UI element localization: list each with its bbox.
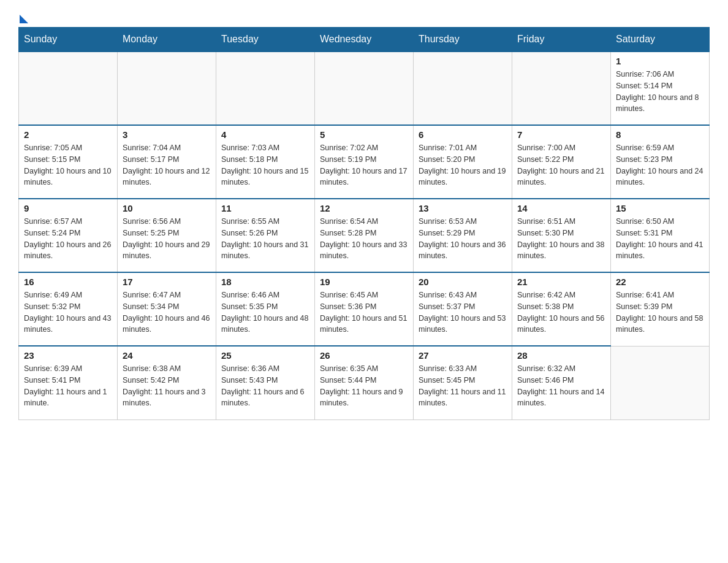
- day-number: 2: [24, 129, 112, 140]
- day-info-line: Sunset: 5:24 PM: [24, 228, 112, 239]
- day-info-line: Sunset: 5:46 PM: [517, 375, 605, 386]
- day-number: 28: [517, 350, 605, 361]
- day-info-line: Sunset: 5:14 PM: [616, 80, 704, 92]
- calendar-cell: 23Sunrise: 6:39 AMSunset: 5:41 PMDayligh…: [19, 346, 118, 419]
- day-number: 1: [616, 56, 704, 66]
- day-info-line: Sunset: 5:29 PM: [419, 228, 507, 239]
- calendar-cell: 22Sunrise: 6:41 AMSunset: 5:39 PMDayligh…: [611, 272, 710, 346]
- week-row-0: 1Sunrise: 7:06 AMSunset: 5:14 PMDaylight…: [19, 52, 710, 125]
- day-info-line: Daylight: 10 hours and 26 minutes.: [24, 239, 112, 262]
- day-number: 15: [616, 203, 704, 213]
- day-info-line: Sunset: 5:20 PM: [419, 154, 507, 166]
- day-info-line: Daylight: 11 hours and 3 minutes.: [123, 386, 211, 410]
- day-info-line: Sunrise: 7:01 AM: [419, 142, 507, 154]
- day-info-line: Sunset: 5:30 PM: [517, 228, 605, 239]
- day-number: 27: [419, 350, 507, 361]
- calendar-cell: [216, 52, 315, 125]
- calendar-cell: [19, 52, 118, 125]
- day-number: 10: [123, 203, 211, 213]
- day-info-line: Daylight: 10 hours and 24 minutes.: [616, 166, 704, 189]
- calendar-table: SundayMondayTuesdayWednesdayThursdayFrid…: [18, 27, 710, 420]
- day-number: 11: [221, 203, 309, 213]
- day-info-line: Sunset: 5:28 PM: [320, 228, 408, 239]
- day-number: 6: [419, 129, 507, 140]
- day-info-line: Sunset: 5:19 PM: [320, 154, 408, 166]
- calendar-cell: [512, 52, 611, 125]
- day-info-line: Sunset: 5:15 PM: [24, 154, 112, 166]
- calendar-cell: 20Sunrise: 6:43 AMSunset: 5:37 PMDayligh…: [414, 272, 512, 346]
- day-number: 25: [221, 350, 309, 361]
- calendar-cell: 26Sunrise: 6:35 AMSunset: 5:44 PMDayligh…: [315, 346, 414, 419]
- day-number: 18: [221, 277, 309, 287]
- day-info-line: Sunset: 5:25 PM: [123, 228, 211, 239]
- day-info-line: Sunrise: 6:35 AM: [320, 363, 408, 375]
- day-info-line: Daylight: 10 hours and 36 minutes.: [419, 239, 507, 262]
- day-info-line: Daylight: 10 hours and 51 minutes.: [320, 313, 408, 336]
- day-number: 4: [221, 129, 309, 140]
- day-info-line: Daylight: 10 hours and 10 minutes.: [24, 166, 112, 189]
- day-info-line: Sunrise: 6:51 AM: [517, 216, 605, 228]
- day-info-line: Daylight: 11 hours and 11 minutes.: [419, 386, 507, 410]
- day-info-line: Sunrise: 6:41 AM: [616, 289, 704, 301]
- day-number: 14: [517, 203, 605, 213]
- logo: [18, 12, 28, 21]
- day-info-line: Sunset: 5:36 PM: [320, 301, 408, 313]
- day-info-line: Sunset: 5:32 PM: [24, 301, 112, 313]
- day-info-line: Sunrise: 6:49 AM: [24, 289, 112, 301]
- day-number: 21: [517, 277, 605, 287]
- day-info-line: Sunrise: 7:02 AM: [320, 142, 408, 154]
- day-info-line: Sunrise: 6:45 AM: [320, 289, 408, 301]
- day-of-week-wednesday: Wednesday: [315, 28, 414, 52]
- day-number: 16: [24, 277, 112, 287]
- day-info-line: Daylight: 10 hours and 46 minutes.: [123, 313, 211, 336]
- day-info-line: Sunrise: 6:53 AM: [419, 216, 507, 228]
- day-of-week-saturday: Saturday: [611, 28, 710, 52]
- week-row-4: 23Sunrise: 6:39 AMSunset: 5:41 PMDayligh…: [19, 346, 710, 419]
- day-info-line: Daylight: 10 hours and 33 minutes.: [320, 239, 408, 262]
- day-of-week-thursday: Thursday: [414, 28, 512, 52]
- calendar-cell: 15Sunrise: 6:50 AMSunset: 5:31 PMDayligh…: [611, 199, 710, 272]
- day-number: 19: [320, 277, 408, 287]
- day-info-line: Daylight: 11 hours and 14 minutes.: [517, 386, 605, 410]
- calendar-cell: 5Sunrise: 7:02 AMSunset: 5:19 PMDaylight…: [315, 125, 414, 199]
- day-info-line: Daylight: 10 hours and 29 minutes.: [123, 239, 211, 262]
- day-info-line: Sunrise: 6:36 AM: [221, 363, 309, 375]
- day-number: 12: [320, 203, 408, 213]
- day-info-line: Daylight: 10 hours and 58 minutes.: [616, 313, 704, 336]
- calendar-cell: 7Sunrise: 7:00 AMSunset: 5:22 PMDaylight…: [512, 125, 611, 199]
- day-info-line: Sunset: 5:39 PM: [616, 301, 704, 313]
- day-number: 3: [123, 129, 211, 140]
- calendar-header: SundayMondayTuesdayWednesdayThursdayFrid…: [19, 28, 710, 52]
- day-info-line: Daylight: 10 hours and 38 minutes.: [517, 239, 605, 262]
- week-row-3: 16Sunrise: 6:49 AMSunset: 5:32 PMDayligh…: [19, 272, 710, 346]
- day-of-week-friday: Friday: [512, 28, 611, 52]
- day-info-line: Sunrise: 6:47 AM: [123, 289, 211, 301]
- calendar-cell: [315, 52, 414, 125]
- day-of-week-sunday: Sunday: [19, 28, 118, 52]
- day-info-line: Daylight: 10 hours and 31 minutes.: [221, 239, 309, 262]
- day-info-line: Sunrise: 6:43 AM: [419, 289, 507, 301]
- calendar-cell: [611, 346, 710, 419]
- day-number: 7: [517, 129, 605, 140]
- day-info-line: Daylight: 10 hours and 19 minutes.: [419, 166, 507, 189]
- day-info-line: Sunrise: 6:57 AM: [24, 216, 112, 228]
- day-info-line: Sunset: 5:42 PM: [123, 375, 211, 386]
- calendar-cell: 11Sunrise: 6:55 AMSunset: 5:26 PMDayligh…: [216, 199, 315, 272]
- day-of-week-monday: Monday: [118, 28, 216, 52]
- day-info-line: Sunset: 5:38 PM: [517, 301, 605, 313]
- day-info-line: Daylight: 10 hours and 48 minutes.: [221, 313, 309, 336]
- day-info-line: Sunrise: 7:06 AM: [616, 69, 704, 80]
- day-info-line: Sunrise: 6:38 AM: [123, 363, 211, 375]
- week-row-1: 2Sunrise: 7:05 AMSunset: 5:15 PMDaylight…: [19, 125, 710, 199]
- calendar-cell: 24Sunrise: 6:38 AMSunset: 5:42 PMDayligh…: [118, 346, 216, 419]
- day-info-line: Sunrise: 6:39 AM: [24, 363, 112, 375]
- day-info-line: Sunset: 5:17 PM: [123, 154, 211, 166]
- day-info-line: Sunrise: 6:50 AM: [616, 216, 704, 228]
- calendar-body: 1Sunrise: 7:06 AMSunset: 5:14 PMDaylight…: [19, 52, 710, 419]
- day-info-line: Sunrise: 6:54 AM: [320, 216, 408, 228]
- day-number: 5: [320, 129, 408, 140]
- day-info-line: Sunset: 5:18 PM: [221, 154, 309, 166]
- day-number: 17: [123, 277, 211, 287]
- day-info-line: Sunrise: 6:32 AM: [517, 363, 605, 375]
- day-of-week-tuesday: Tuesday: [216, 28, 315, 52]
